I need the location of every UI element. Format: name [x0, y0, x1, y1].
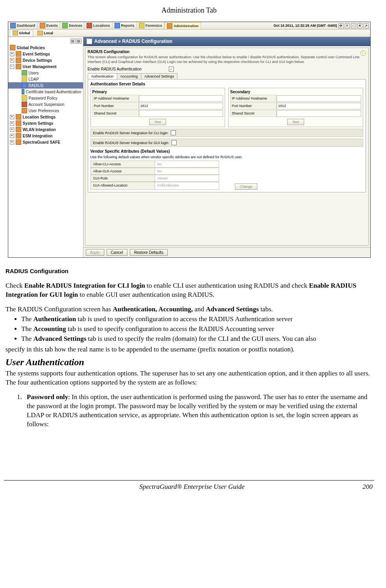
- suspend-icon: [22, 102, 27, 107]
- vendor-table: Allow-CLI-AccessNo Allow-GUI-AccessNo GU…: [90, 161, 363, 190]
- scope-global[interactable]: Global: [10, 30, 33, 37]
- tree-radius[interactable]: RADIUS: [8, 82, 83, 89]
- tree-label: Certificate based Authentication: [26, 90, 81, 94]
- primary-secret-input[interactable]: [139, 110, 223, 117]
- config-panel: i RADIUS Configuration This screen allow…: [85, 48, 369, 246]
- expand-icon[interactable]: +: [10, 140, 14, 144]
- tree-label: RADIUS: [29, 83, 44, 88]
- tab-administration[interactable]: Administration: [164, 22, 201, 29]
- expand-icon[interactable]: +: [10, 134, 14, 138]
- inner-tab-authentication[interactable]: Authentication: [88, 73, 117, 79]
- primary-ip-input[interactable]: [139, 95, 223, 102]
- section-title: User Authentication: [6, 356, 373, 368]
- vendor-cli-label: Allow-CLI-Access: [90, 161, 155, 168]
- tree-user-prefs[interactable]: User Preferences: [8, 107, 83, 114]
- primary-test-button[interactable]: Test: [149, 119, 166, 125]
- paragraph: The systems supports four authentication…: [6, 369, 373, 387]
- secondary-port-label: Port Number: [230, 102, 277, 109]
- paragraph: The RADIUS Configuration screen has Auth…: [6, 305, 373, 314]
- expand-icon[interactable]: +: [10, 58, 14, 63]
- inner-tab-advanced[interactable]: Advanced Settings: [141, 73, 177, 79]
- expand-icon[interactable]: +: [10, 128, 14, 132]
- change-button[interactable]: Change: [235, 183, 258, 190]
- tree-label: WLAN Integration: [23, 128, 56, 132]
- secondary-ip-input[interactable]: [277, 95, 361, 102]
- enable-auth-checkbox[interactable]: ✓: [169, 67, 174, 72]
- tab-label: Forensics: [146, 24, 163, 28]
- toolbar-icon[interactable]: ↗: [364, 23, 369, 28]
- tab-reports[interactable]: Reports: [113, 22, 137, 29]
- secondary-test-button[interactable]: Test: [287, 119, 304, 125]
- bottom-bar: Apply Cancel Restore Defaults: [83, 247, 370, 257]
- scope-local[interactable]: Local: [35, 30, 56, 37]
- tab-dashboard[interactable]: Dashboard: [8, 22, 38, 29]
- folder-icon: [16, 114, 21, 120]
- secondary-port-input[interactable]: [277, 103, 361, 109]
- vendor-gui-value[interactable]: No: [155, 168, 219, 175]
- expand-icon[interactable]: +: [10, 121, 14, 126]
- secondary-server-group: Secondary IP Address/ Hostname Port Numb…: [228, 88, 363, 127]
- vendor-title: Vendor Specific Attributes (Default Valu…: [90, 149, 363, 153]
- folder-icon: [16, 120, 21, 126]
- key-icon: [22, 95, 27, 101]
- vendor-desc: Use the following default values when ve…: [90, 155, 363, 159]
- tree-acct-susp[interactable]: Account Suspension: [8, 101, 83, 107]
- tree-label: Event Settings: [23, 52, 50, 56]
- events-icon: [40, 23, 45, 28]
- tree-spectraguard-safe[interactable]: +SpectraGuard SAFE: [8, 139, 83, 145]
- tree-user-management[interactable]: −User Management: [8, 63, 83, 70]
- expand-icon[interactable]: +: [10, 115, 14, 119]
- tree-device-settings[interactable]: +Device Settings: [8, 57, 83, 63]
- enable-auth-label: Enable RADIUS Authentication: [88, 67, 166, 71]
- toolbar-icon[interactable]: ✕: [357, 23, 362, 28]
- content-area: Advanced » RADIUS Configuration i RADIUS…: [83, 37, 370, 257]
- tab-locations[interactable]: Locations: [85, 22, 113, 29]
- breadcrumb-text: Advanced » RADIUS Configuration: [94, 39, 173, 44]
- paragraph-continuation: specify in this tab how the real name is…: [6, 345, 373, 354]
- info-icon[interactable]: i: [360, 50, 366, 56]
- cli-integration-checkbox[interactable]: [171, 130, 176, 135]
- tree-pw-policy[interactable]: Password Policy: [8, 95, 83, 101]
- panel-title: RADIUS Configuration: [88, 50, 366, 54]
- secondary-secret-input[interactable]: [277, 110, 361, 117]
- forensics-icon: [139, 23, 144, 28]
- tree-label: System Settings: [23, 121, 54, 126]
- ordered-list: Password only: In this option, the user …: [6, 393, 373, 429]
- cli-integration-label: Enable RADIUS Server Integration for CLI…: [93, 131, 168, 135]
- nav-tree: Global Policies +Event Settings +Device …: [8, 44, 83, 145]
- tree-users[interactable]: Users: [8, 70, 83, 76]
- expand-icon[interactable]: +: [10, 52, 14, 56]
- vendor-cli-value[interactable]: No: [155, 161, 219, 168]
- tree-cert-auth[interactable]: Certificate based Authentication: [8, 89, 83, 95]
- tab-forensics[interactable]: Forensics: [137, 22, 165, 29]
- tree-label: SpectraGuard SAFE: [23, 140, 61, 144]
- primary-port-input[interactable]: [139, 103, 223, 109]
- collapse-icon[interactable]: −: [10, 65, 14, 69]
- top-tab-bar: Dashboard Events Devices Locations Repor…: [8, 22, 370, 30]
- dashboard-icon: [10, 23, 16, 28]
- tree-global-policies[interactable]: Global Policies: [8, 44, 83, 51]
- inner-tabs: Authentication Accounting Advanced Setti…: [88, 73, 366, 79]
- inner-tab-accounting[interactable]: Accounting: [117, 73, 142, 79]
- restore-defaults-button[interactable]: Restore Defaults: [130, 249, 168, 256]
- gui-integration-checkbox[interactable]: [172, 140, 177, 145]
- toolbar-icon[interactable]: ⟳: [338, 23, 344, 28]
- primary-secret-label: Shared Secret: [92, 110, 139, 117]
- toolbar-icon[interactable]: □: [351, 23, 356, 28]
- auth-details-title: Authentication Server Details: [90, 82, 363, 86]
- vendor-role-value[interactable]: Viewer: [155, 175, 219, 182]
- apply-button[interactable]: Apply: [86, 249, 104, 256]
- tree-esm-integration[interactable]: +ESM Integration: [8, 133, 83, 139]
- tab-events[interactable]: Events: [38, 22, 61, 29]
- tree-ldap[interactable]: LDAP: [8, 76, 83, 82]
- sidebar-tool-icon[interactable]: ▤: [70, 39, 76, 44]
- tree-location-settings[interactable]: +Location Settings: [8, 114, 83, 120]
- tree-event-settings[interactable]: +Event Settings: [8, 51, 83, 57]
- folder-icon: [16, 64, 21, 69]
- sidebar-tool-icon[interactable]: ▤: [76, 39, 81, 44]
- tree-wlan-integration[interactable]: +WLAN Integration: [8, 126, 83, 133]
- tree-system-settings[interactable]: +System Settings: [8, 120, 83, 126]
- tab-devices[interactable]: Devices: [60, 22, 85, 29]
- toolbar-icon[interactable]: ?: [345, 23, 350, 28]
- cancel-button[interactable]: Cancel: [107, 249, 127, 256]
